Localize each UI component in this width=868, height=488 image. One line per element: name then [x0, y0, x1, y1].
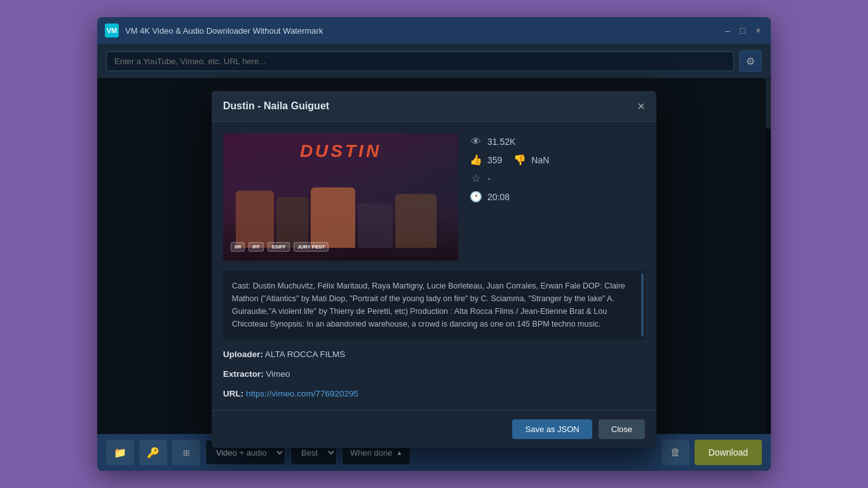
description-text: Cast: Dustin Muchuvitz, Félix Maritaud, … — [232, 281, 625, 329]
info-modal: Dustin - Naila Guiguet × DUSTIN — [212, 91, 656, 448]
modal-close-button[interactable]: × — [637, 100, 645, 112]
app-window: VM VM 4K Video & Audio Downloader Withou… — [97, 17, 771, 471]
logo-text: VM — [107, 27, 118, 34]
chevron-up-icon: ▲ — [397, 449, 403, 456]
extractor-field: Extractor: Vimeo — [223, 369, 645, 379]
maximize-button[interactable]: □ — [738, 25, 748, 36]
url-bar-area: ⚙ — [97, 44, 771, 78]
modal-header: Dustin - Naila Guiguet × — [212, 91, 656, 122]
when-done-label: When done — [350, 448, 393, 458]
star-icon: ☆ — [470, 172, 482, 184]
close-modal-button[interactable]: Close — [599, 419, 645, 439]
likes-value: 359 — [487, 155, 502, 165]
badge-tiff: tiff — [231, 242, 245, 252]
close-window-button[interactable]: × — [753, 25, 763, 36]
video-info-row: DUSTIN tiff — [223, 133, 645, 261]
views-value: 31.52K — [487, 137, 515, 147]
uploader-value: ALTA ROCCA FILMS — [265, 349, 345, 359]
uploader-label: Uploader: — [223, 349, 263, 359]
duration-value: 20:08 — [487, 192, 510, 202]
modal-footer: Save as JSON Close — [212, 410, 656, 448]
views-stat: 👁 31.52K — [470, 136, 645, 147]
badge-ssiff: SSIFF — [268, 242, 290, 252]
title-bar: VM VM 4K Video & Audio Downloader Withou… — [97, 17, 771, 44]
video-thumbnail: DUSTIN tiff — [223, 133, 458, 261]
key-icon: 🔑 — [147, 447, 159, 459]
clock-icon: 🕐 — [470, 191, 482, 203]
uploader-field: Uploader: ALTA ROCCA FILMS — [223, 349, 645, 359]
video-url-link[interactable]: https://vimeo.com/776920295 — [246, 389, 358, 398]
thumbnail-title: DUSTIN — [223, 141, 458, 161]
settings-button[interactable]: ⚙ — [739, 50, 762, 72]
url-field: URL: https://vimeo.com/776920295 — [223, 389, 645, 398]
minimize-button[interactable]: – — [722, 25, 733, 36]
folder-button[interactable]: 📁 — [106, 440, 134, 465]
modal-title: Dustin - Naila Guiguet — [223, 100, 329, 112]
trash-button[interactable]: 🗑 — [661, 440, 689, 465]
gear-icon: ⚙ — [746, 55, 755, 67]
subtitles-icon: ⊞ — [183, 448, 190, 458]
dislikes-value: NaN — [531, 155, 549, 165]
description-scrollbar[interactable] — [641, 273, 644, 337]
modal-overlay: Dustin - Naila Guiguet × DUSTIN — [97, 78, 771, 434]
thumbs-down-icon: 👎 — [513, 154, 526, 166]
rating-value: - — [487, 173, 491, 184]
window-controls: – □ × — [722, 25, 763, 36]
subtitles-button[interactable]: ⊞ — [172, 440, 200, 465]
video-stats: 👁 31.52K 👍 359 👎 NaN ☆ - — [470, 133, 645, 261]
folder-icon: 📁 — [114, 447, 126, 459]
extractor-value: Vimeo — [266, 369, 290, 379]
likes-stat: 👍 359 👎 NaN — [470, 154, 645, 166]
rating-stat: ☆ - — [470, 172, 645, 184]
content-area: Dustin - Naila Guiguet × DUSTIN — [97, 78, 771, 434]
badge-iff: IFF — [248, 242, 264, 252]
url-label: URL: — [223, 389, 243, 398]
save-json-button[interactable]: Save as JSON — [512, 419, 592, 439]
app-title: VM 4K Video & Audio Downloader Without W… — [125, 26, 716, 36]
thumbs-up-icon: 👍 — [470, 154, 482, 166]
modal-body: DUSTIN tiff — [212, 122, 656, 410]
description-box: Cast: Dustin Muchuvitz, Félix Maritaud, … — [223, 271, 645, 339]
festival-badges: tiff IFF SSIFF JURY FEST — [231, 242, 329, 252]
duration-stat: 🕐 20:08 — [470, 191, 645, 203]
extractor-label: Extractor: — [223, 369, 264, 379]
badge-jury: JURY FEST — [294, 242, 329, 252]
trash-icon: 🗑 — [670, 447, 681, 458]
app-logo: VM — [105, 24, 119, 37]
key-button[interactable]: 🔑 — [139, 440, 167, 465]
download-button[interactable]: Download — [695, 440, 762, 465]
views-icon: 👁 — [470, 136, 482, 147]
url-input[interactable] — [106, 51, 734, 71]
